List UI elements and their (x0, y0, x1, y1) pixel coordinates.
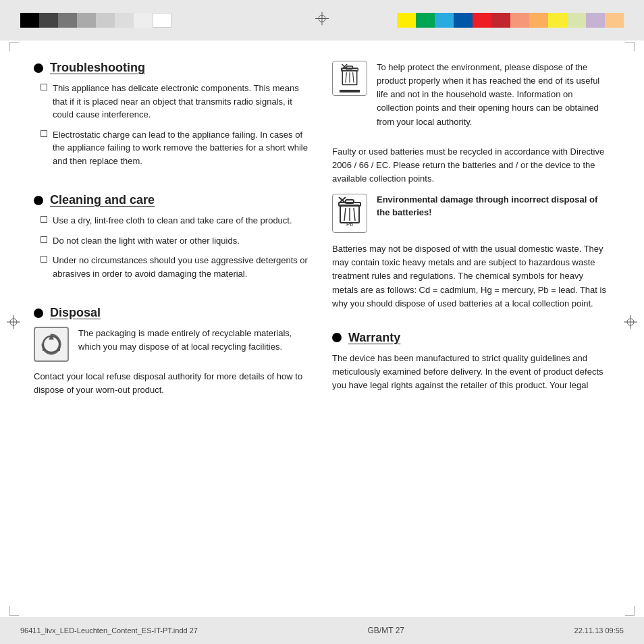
swatch-lighter-gray (96, 13, 115, 28)
svg-line-12 (346, 72, 347, 82)
swatch-lt-gray (77, 13, 96, 28)
disposal-icon-row: The packaging is made entirely of recycl… (34, 327, 312, 362)
troubleshooting-section: Troubleshooting This appliance has delic… (34, 61, 312, 181)
swatch-md-gray (58, 13, 77, 28)
recycle-icon (34, 327, 69, 362)
disposal-packaging-text: The packaging is made entirely of recycl… (78, 327, 312, 354)
list-item: Use a dry, lint-free cloth to clean and … (41, 214, 312, 227)
env-damage-title: Environmental damage through incorrect d… (377, 194, 610, 219)
weee-icon-row: To help protect the environment, please … (332, 61, 610, 137)
disposal-contact-text: Contact your local refuse disposal autho… (34, 370, 312, 397)
list-item: Under no circumstances should you use ag… (41, 254, 312, 280)
top-bar (0, 0, 644, 41)
svg-rect-19 (346, 200, 354, 203)
warranty-bullet (332, 333, 342, 342)
svg-line-22 (354, 208, 355, 221)
warranty-text: The device has been manufactured to stri… (332, 352, 610, 392)
svg-text:Pb: Pb (346, 221, 353, 227)
list-item: This appliance has delicate electronic c… (41, 82, 312, 122)
date-time: 22.11.13 09:55 (574, 626, 624, 635)
checkbox-icon (41, 256, 47, 263)
svg-line-14 (353, 72, 354, 82)
left-column: Troubleshooting This appliance has delic… (34, 61, 312, 603)
right-column: To help protect the environment, please … (332, 61, 610, 603)
swatch-green (416, 13, 435, 28)
page-content: Troubleshooting This appliance has delic… (0, 41, 644, 617)
swatch-blue (454, 13, 473, 28)
file-info: 96411_livx_LED-Leuchten_Content_ES-IT-PT… (20, 626, 198, 635)
weee-icon (332, 61, 367, 96)
swatch-lavender (586, 13, 605, 28)
disposal-section: Disposal (34, 306, 312, 406)
swatch-orange (529, 13, 548, 28)
disposal-title: Disposal (50, 306, 101, 320)
disposal-bullet (34, 308, 43, 318)
disposal-heading: Disposal (34, 306, 312, 320)
swatch-dk-gray (39, 13, 58, 28)
troubleshooting-list: This appliance has delicate electronic c… (41, 82, 312, 167)
swatch-salmon (510, 13, 529, 28)
swatch-very-lt-gray (115, 13, 134, 28)
cleaning-heading: Cleaning and care (34, 193, 312, 207)
cleaning-list: Use a dry, lint-free cloth to clean and … (41, 214, 312, 280)
env-damage-text: Batteries may not be disposed of with th… (332, 242, 610, 311)
cleaning-title: Cleaning and care (50, 193, 155, 207)
troubleshooting-item-1: This appliance has delicate electronic c… (53, 82, 312, 122)
checkbox-icon (41, 236, 47, 243)
bottom-bar: 96411_livx_LED-Leuchten_Content_ES-IT-PT… (0, 617, 644, 644)
weee-pb-icon: Pb (332, 194, 367, 233)
swatch-peach (605, 13, 624, 28)
warranty-heading: Warranty (332, 331, 610, 345)
svg-rect-11 (346, 66, 352, 69)
cleaning-section: Cleaning and care Use a dry, lint-free c… (34, 193, 312, 294)
cleaning-item-1: Use a dry, lint-free cloth to clean and … (53, 214, 292, 227)
swatches-right (397, 13, 624, 28)
swatch-lime (567, 13, 586, 28)
cleaning-bullet (34, 196, 43, 205)
troubleshooting-item-2: Electrostatic charge can lead to the app… (53, 128, 312, 168)
warranty-section: Warranty The device has been manufacture… (332, 331, 610, 400)
swatch-yellow (397, 13, 416, 28)
page-number: GB/MT 27 (368, 626, 404, 635)
checkbox-icon (41, 216, 47, 223)
swatch-black (20, 13, 39, 28)
svg-line-20 (344, 208, 346, 221)
swatch-near-white (134, 13, 153, 28)
crosshair-top-center (315, 12, 329, 29)
list-item: Electrostatic charge can lead to the app… (41, 128, 312, 168)
checkbox-icon (41, 130, 47, 137)
cleaning-item-3: Under no circumstances should you use ag… (53, 254, 312, 280)
troubleshooting-heading: Troubleshooting (34, 61, 312, 75)
list-item: Do not clean the light with water or oth… (41, 234, 312, 248)
swatch-bright-yellow (548, 13, 567, 28)
swatch-white (153, 13, 171, 28)
swatch-cyan (435, 13, 454, 28)
environment-section: To help protect the environment, please … (332, 61, 610, 319)
weee-bar (340, 90, 359, 92)
troubleshooting-bullet (34, 63, 43, 73)
weee-text: To help protect the environment, please … (377, 61, 610, 129)
swatch-dark-red (491, 13, 510, 28)
env-damage-box: Pb Environmental damage through incorrec… (332, 194, 610, 233)
swatch-red (473, 13, 491, 28)
battery-directive-text: Faulty or used batteries must be recycle… (332, 145, 610, 186)
troubleshooting-title: Troubleshooting (50, 61, 145, 75)
checkbox-icon (41, 84, 47, 90)
warranty-title: Warranty (348, 331, 400, 345)
cleaning-item-2: Do not clean the light with water or oth… (53, 234, 240, 248)
swatches-left (20, 13, 171, 28)
